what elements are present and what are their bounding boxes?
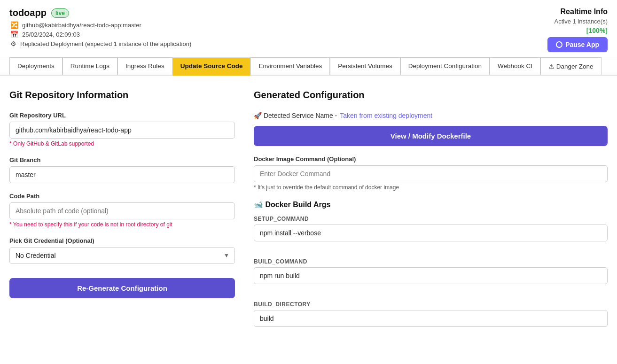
- branch-input[interactable]: [9, 166, 235, 183]
- code-path-label: Code Path: [9, 193, 235, 200]
- detected-label: 🚀 Detected Service Name -: [254, 112, 337, 119]
- build-dir-label: BUILD_DIRECTORY: [254, 301, 608, 308]
- detected-link[interactable]: Taken from existing deployment: [340, 112, 432, 119]
- branch-group: Git Branch: [9, 156, 235, 183]
- deployment-type-row: ⚙ Replicated Deployment (expected 1 inst…: [10, 40, 191, 47]
- detected-service-row: 🚀 Detected Service Name - Taken from exi…: [254, 112, 608, 119]
- docker-cmd-label: Docker Image Command (Optional): [254, 155, 608, 163]
- pause-icon: [556, 41, 562, 48]
- setup-cmd-label: SETUP_COMMAND: [254, 216, 608, 222]
- app-name: todoapp: [9, 8, 47, 18]
- realtime-title: Realtime Info: [547, 8, 608, 16]
- tab-runtime-logs[interactable]: Runtime Logs: [62, 57, 117, 75]
- deployment-type: Replicated Deployment (expected 1 instan…: [20, 40, 191, 47]
- left-panel: Git Repository Information Git Repositor…: [9, 90, 254, 344]
- tab-ingress-rules[interactable]: Ingress Rules: [117, 57, 172, 75]
- main-content: Git Repository Information Git Repositor…: [0, 76, 617, 358]
- credential-label: Pick Git Credential (Optional): [9, 237, 235, 244]
- credential-select-wrapper: No Credential ▼: [9, 247, 235, 264]
- date-row: 📅 25/02/2024, 02:09:03: [10, 31, 191, 38]
- git-icon: 🔀: [10, 21, 18, 29]
- tab-danger-zone[interactable]: ⚠ Danger Zone: [540, 57, 601, 75]
- active-instances: Active 1 instance(s): [547, 18, 608, 25]
- docker-cmd-hint: * It's just to override the default comm…: [254, 184, 608, 191]
- date-value: 25/02/2024, 02:09:03: [22, 31, 80, 38]
- tab-persistent-volumes[interactable]: Persistent Volumes: [330, 57, 400, 75]
- code-path-group: Code Path * You need to specify this if …: [9, 193, 235, 228]
- header-left: todoapp live 🔀 github@kabirbaidhya/react…: [9, 8, 191, 47]
- branch-label: Git Branch: [9, 156, 235, 163]
- tabs-bar: Deployments Runtime Logs Ingress Rules U…: [0, 57, 617, 76]
- tab-update-source-code[interactable]: Update Source Code: [172, 57, 251, 76]
- repo-url-label: Git Repository URL: [9, 112, 235, 119]
- calendar-icon: 📅: [10, 31, 18, 38]
- setup-cmd-input[interactable]: [254, 225, 608, 241]
- build-args-title: 🐋 Docker Build Args: [254, 200, 608, 209]
- credential-select[interactable]: No Credential: [9, 247, 235, 264]
- build-cmd-label: BUILD_COMMAND: [254, 258, 608, 265]
- view-dockerfile-button[interactable]: View / Modify Dockerfile: [254, 126, 608, 146]
- docker-cmd-input[interactable]: [254, 165, 608, 182]
- code-path-hint: * You need to specify this if your code …: [9, 221, 235, 228]
- pct-badge: [100%]: [547, 27, 608, 34]
- tab-deployment-configuration[interactable]: Deployment Configuration: [400, 57, 490, 75]
- git-source-row: 🔀 github@kabirbaidhya/react-todo-app:mas…: [10, 21, 191, 29]
- docker-cmd-group: Docker Image Command (Optional) * It's j…: [254, 155, 608, 191]
- build-cmd-input[interactable]: [254, 267, 608, 284]
- code-path-input[interactable]: [9, 202, 235, 219]
- repo-url-input[interactable]: [9, 122, 235, 139]
- app-title-row: todoapp live: [9, 8, 191, 18]
- repo-url-group: Git Repository URL * Only GitHub & GitLa…: [9, 112, 235, 147]
- build-dir-group: BUILD_DIRECTORY: [254, 301, 608, 334]
- header-right: Realtime Info Active 1 instance(s) [100%…: [547, 8, 608, 52]
- regen-config-button[interactable]: Re-Generate Configuration: [9, 278, 235, 298]
- header-meta: 🔀 github@kabirbaidhya/react-todo-app:mas…: [10, 21, 191, 47]
- build-cmd-group: BUILD_COMMAND: [254, 258, 608, 292]
- git-source: github@kabirbaidhya/react-todo-app:maste…: [22, 22, 141, 29]
- header: todoapp live 🔀 github@kabirbaidhya/react…: [0, 0, 617, 57]
- repo-url-hint: * Only GitHub & GitLab supported: [9, 140, 235, 147]
- live-badge: live: [51, 8, 69, 18]
- right-panel: Generated Configuration 🚀 Detected Servi…: [254, 90, 608, 344]
- tab-environment-variables[interactable]: Environment Variables: [250, 57, 330, 75]
- build-dir-input[interactable]: [254, 310, 608, 327]
- left-section-title: Git Repository Information: [9, 90, 235, 101]
- credential-group: Pick Git Credential (Optional) No Creden…: [9, 237, 235, 264]
- setup-cmd-group: SETUP_COMMAND: [254, 216, 608, 249]
- pause-app-button[interactable]: Pause App: [547, 37, 608, 52]
- tab-webhook-ci[interactable]: Webhook CI: [490, 57, 540, 75]
- right-section-title: Generated Configuration: [254, 90, 608, 101]
- tab-deployments[interactable]: Deployments: [9, 57, 62, 75]
- gear-icon: ⚙: [10, 40, 16, 47]
